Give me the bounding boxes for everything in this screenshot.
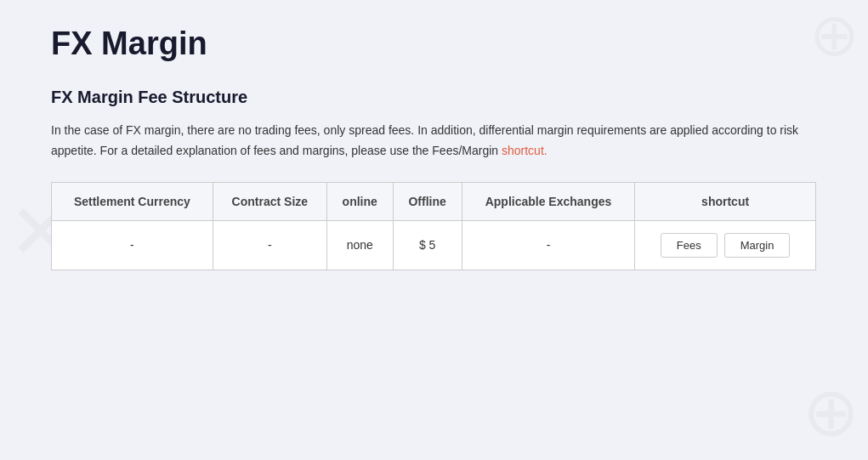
cell-applicable-exchanges: -	[462, 220, 634, 270]
description: In the case of FX margin, there are no t…	[51, 121, 799, 162]
section-title: FX Margin Fee Structure	[51, 88, 817, 107]
cell-contract-size: -	[213, 220, 326, 270]
col-header-online: online	[326, 182, 393, 220]
cell-settlement-currency: -	[52, 220, 213, 270]
shortcut-link[interactable]: shortcut.	[502, 144, 547, 157]
col-header-offline: Offline	[393, 182, 462, 220]
col-header-shortcut: shortcut	[635, 182, 816, 220]
watermark-icon-br: ⊕	[803, 372, 859, 451]
col-header-applicable-exchanges: Applicable Exchanges	[462, 182, 634, 220]
margin-button[interactable]: Margin	[724, 233, 791, 258]
col-header-contract-size: Contract Size	[213, 182, 326, 220]
table-row: - - none $ 5 - Fees Margin	[52, 220, 816, 270]
col-header-settlement-currency: Settlement Currency	[52, 182, 213, 220]
cell-online: none	[326, 220, 393, 270]
cell-shortcut-buttons: Fees Margin	[635, 220, 816, 270]
cell-offline: $ 5	[393, 220, 462, 270]
description-text: In the case of FX margin, there are no t…	[51, 123, 798, 157]
fees-button[interactable]: Fees	[661, 233, 718, 258]
fee-structure-table: Settlement Currency Contract Size online…	[51, 182, 816, 270]
page-title: FX Margin	[51, 26, 817, 62]
